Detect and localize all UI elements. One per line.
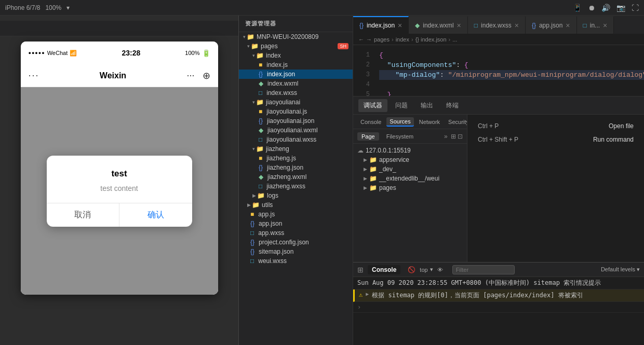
tab-close-app-json[interactable]: ×: [566, 21, 570, 30]
tree-item-index-js[interactable]: ■ index.js: [239, 60, 353, 70]
battery-icon: 🔋: [202, 49, 210, 57]
tree-item-index-folder[interactable]: ▾ 📁 index: [239, 51, 353, 60]
tree-item-utils[interactable]: ▶ 📁 utils: [239, 200, 353, 210]
screenshot-icon[interactable]: 📷: [616, 4, 625, 12]
tree-item-jiazheng-wxss[interactable]: □ jiazheng.wxss: [239, 182, 353, 191]
tab-extra[interactable]: □ in... ×: [577, 16, 614, 34]
nav-add-icon[interactable]: ⊕: [203, 70, 210, 81]
label-pages: pages: [261, 43, 278, 50]
tree-item-app-wxss[interactable]: □ app.wxss: [239, 228, 353, 238]
shortcut-run-command: Ctrl + Shift + P Run command: [478, 136, 634, 143]
breadcrumb-nav-forward[interactable]: →: [366, 36, 372, 43]
tab-index-wxss[interactable]: □ index.wxss ×: [468, 16, 526, 34]
arrow-jiazheng-icon: ▾: [252, 146, 255, 151]
tree-item-app-js[interactable]: ■ app.js: [239, 210, 353, 219]
tree-item-index-json[interactable]: {} index.json: [239, 70, 353, 79]
tree-item-weui-wxss[interactable]: □ weui.wxss: [239, 256, 353, 266]
phone-panel: ●●●●● WeChat 📶 23:28 100% 🔋 ··· Weixin ·…: [0, 16, 239, 345]
sources-more-icon[interactable]: »: [444, 133, 448, 140]
console-message-input: ›: [353, 302, 644, 313]
sources-tree-appservice[interactable]: ▶ 📁 appservice: [353, 155, 467, 164]
editor-tabs: {} index.json × ◆ index.wxml × □ index.w…: [353, 16, 644, 34]
subtab-network[interactable]: Network: [416, 118, 443, 126]
breadcrumb-nav-back[interactable]: ←: [358, 36, 364, 43]
phone-nav-bar: ··· Weixin ··· ⊕: [21, 64, 218, 87]
console-levels-dropdown[interactable]: Default levels ▾: [601, 266, 640, 273]
dialog-confirm-button[interactable]: 确认: [119, 203, 192, 227]
status-left: ●●●●● WeChat 📶: [29, 50, 77, 57]
nav-left-icon[interactable]: ···: [29, 70, 39, 81]
tree-item-project-config[interactable]: {} project.config.json: [239, 238, 353, 247]
tree-item-jiaoyoulianai-wxss[interactable]: □ jiaoyoulianai.wxss: [239, 135, 353, 144]
nav-dots-icon[interactable]: ···: [186, 70, 194, 81]
resize-icon[interactable]: ⛶: [632, 4, 639, 12]
status-time: 23:28: [122, 49, 140, 57]
label-jiaoyoulianai-json: jiaoyoulianai.json: [267, 117, 314, 125]
tree-item-index-wxss[interactable]: □ index.wxss: [239, 88, 353, 98]
tab-app-json[interactable]: {} app.json ×: [526, 16, 577, 34]
tab-extra-label: in...: [590, 22, 600, 29]
phone-toolbar: [0, 21, 238, 36]
sources-tree-pages[interactable]: ▶ 📁 pages: [353, 183, 467, 192]
zoom-dropdown-icon[interactable]: ▾: [66, 4, 70, 11]
tree-item-jiazheng-wxml[interactable]: ◆ jiazheng.wxml: [239, 172, 353, 182]
tree-item-index-wxml[interactable]: ◆ index.wxml: [239, 79, 353, 88]
tab-close-index-wxml[interactable]: ×: [457, 21, 461, 30]
project-root[interactable]: ▾ 📁 MNP-WEUI-20200809: [239, 32, 353, 42]
tree-item-sitemap[interactable]: {} sitemap.json: [239, 247, 353, 256]
top-bar-icons: 📱 ⏺ 🔊 📷 ⛶: [573, 4, 639, 12]
tree-item-jiaoyoulianai-js[interactable]: ■ jiaoyoulianai.js: [239, 107, 353, 116]
editor-breadcrumb: ← → pages › index › {} index.json › ...: [353, 34, 644, 45]
code-content[interactable]: { "usingComponents": { "mp-dialog": "/mi…: [374, 45, 644, 96]
arrow-logs-icon: ▶: [252, 193, 256, 198]
sources-tree-dev[interactable]: ▶ 📁 _dev_: [353, 164, 467, 174]
devtools-tab-issues[interactable]: 问题: [390, 99, 413, 112]
tab-index-wxml[interactable]: ◆ index.wxml ×: [409, 16, 468, 34]
arrow-utils-icon: ▶: [247, 202, 251, 208]
tree-item-jiazheng[interactable]: ▾ 📁 jiazheng: [239, 144, 353, 154]
js-jiaoyoulianai-icon: ■: [259, 108, 262, 115]
subtab-security[interactable]: Security: [445, 118, 467, 126]
console-sidebar-toggle[interactable]: ⊞: [357, 266, 364, 274]
tree-item-jiaoyoulianai-wxml[interactable]: ◆ jiaoyoulianai.wxml: [239, 126, 353, 135]
tab-close-index-json[interactable]: ×: [398, 21, 402, 30]
sources-tab-page[interactable]: Page: [357, 132, 379, 141]
tree-item-jiazheng-js[interactable]: ■ jiazheng.js: [239, 154, 353, 163]
console-clear-icon[interactable]: 🚫: [408, 266, 415, 273]
sound-icon[interactable]: 🔊: [601, 4, 610, 12]
phone-icon[interactable]: 📱: [573, 4, 582, 12]
tree-item-pages[interactable]: ▾ 📁 pages SH: [239, 42, 353, 51]
dialog-cancel-button[interactable]: 取消: [47, 203, 119, 227]
console-filter-input[interactable]: [452, 265, 515, 274]
code-editor[interactable]: 1 2 3 4 5 6 7 { "usingComponents": { "mp…: [353, 45, 644, 96]
arrow-icon: ▾: [243, 34, 246, 39]
breadcrumb-sep-3: ›: [449, 36, 451, 43]
json-jiaoyoulianai-icon: {}: [259, 117, 263, 125]
subtab-console[interactable]: Console: [357, 118, 384, 126]
label-jiaoyoulianai-js: jiaoyoulianai.js: [266, 108, 307, 115]
tree-item-app-json[interactable]: {} app.json: [239, 219, 353, 228]
devtools-tab-debugger[interactable]: 调试器: [358, 99, 387, 112]
wxml-jiazheng-icon: ◆: [259, 173, 263, 181]
context-arrow: ▾: [430, 266, 433, 273]
eye-icon[interactable]: 👁: [437, 267, 443, 273]
devtools-tab-terminal[interactable]: 终端: [441, 99, 464, 112]
sources-tab-filesystem[interactable]: Filesystem: [382, 132, 418, 141]
sources-tree-extendedlib[interactable]: ▶ 📁 __extendedlib__/weui: [353, 174, 467, 183]
tab-close-index-wxss[interactable]: ×: [515, 21, 519, 30]
signal-dots: ●●●●●: [29, 50, 45, 56]
phone-content: test test content 取消 确认: [21, 87, 218, 295]
tree-item-jiazheng-json[interactable]: {} jiazheng.json: [239, 163, 353, 172]
sources-left-panel: Console Sources Network Security Mock Ap…: [353, 115, 467, 262]
tab-index-json[interactable]: {} index.json ×: [353, 16, 409, 34]
context-label: top: [420, 267, 427, 273]
tab-close-extra[interactable]: ×: [603, 21, 607, 30]
record-icon[interactable]: ⏺: [588, 4, 595, 12]
subtab-sources[interactable]: Sources: [386, 117, 413, 127]
tree-item-logs[interactable]: ▶ 📁 logs: [239, 191, 353, 200]
tree-item-jiaoyoulianai-json[interactable]: {} jiaoyoulianai.json: [239, 116, 353, 126]
devtools-tab-output[interactable]: 输出: [415, 99, 438, 112]
sources-tree-server[interactable]: ☁ 127.0.0.1:15519: [353, 146, 467, 155]
folder-dev-icon: 📁: [369, 165, 377, 173]
tree-item-jiaoyoulianai[interactable]: ▾ 📁 jiaoyoulianai: [239, 98, 353, 107]
